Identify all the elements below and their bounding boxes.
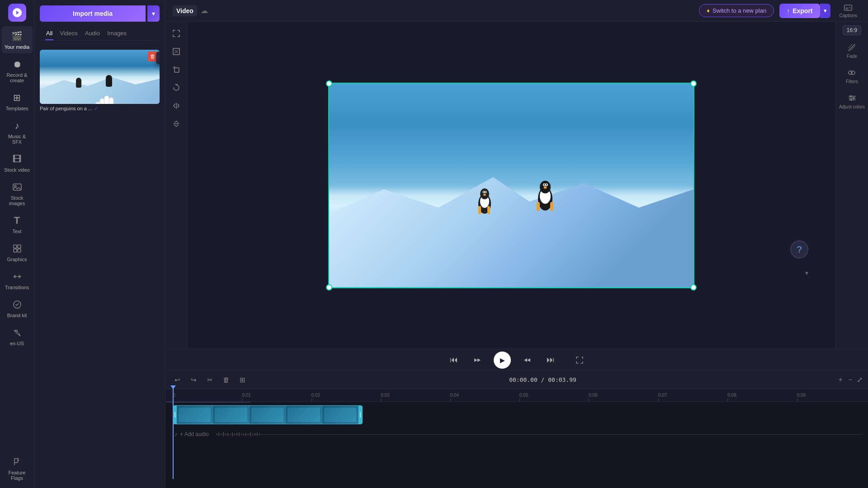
handle-bottom-left[interactable] [326, 284, 332, 291]
svg-point-24 [483, 194, 486, 196]
media-item-penguins[interactable]: 🗑 Delete asset [40, 50, 160, 111]
sidebar-item-stock-images[interactable]: Stock images [2, 177, 33, 210]
sidebar-item-stock-video[interactable]: 🎞 Stock video [2, 149, 33, 176]
top-bar: Video ☁ ♦ Switch to a new plan ↑ Export … [165, 0, 868, 22]
timeline-time: 00:00.00 / 00:03.99 [252, 376, 833, 383]
tab-audio[interactable]: Audio [84, 27, 101, 40]
waveform-baseline [216, 434, 863, 435]
fit-timeline-button[interactable]: ⤢ [857, 375, 863, 384]
captions-button[interactable]: Captions [836, 1, 861, 20]
clip-handle-right[interactable] [359, 406, 362, 424]
ruler-mark-8: 0:08 [727, 393, 797, 401]
svg-rect-25 [478, 206, 481, 214]
crown-icon: ♦ [707, 7, 710, 14]
flip-vertical-tool[interactable] [168, 116, 184, 132]
tab-all[interactable]: All [45, 27, 53, 40]
redo-button[interactable]: ↪ [187, 374, 200, 386]
sidebar-item-label: Music & SFX [4, 134, 31, 145]
stock-images-icon [11, 181, 24, 193]
add-track-button[interactable]: ⊞ [236, 374, 249, 386]
import-media-button[interactable]: Import media [40, 5, 146, 22]
delete-button[interactable]: 🗑 [220, 374, 232, 386]
sidebar-item-label: Text [12, 229, 21, 234]
import-media-dropdown-button[interactable]: ▾ [147, 5, 160, 22]
fullscreen-button[interactable] [572, 353, 587, 367]
playhead-triangle [170, 385, 176, 389]
export-button[interactable]: ↑ Export [779, 4, 820, 18]
delete-tooltip[interactable]: Delete asset [156, 52, 160, 65]
sidebar-item-record[interactable]: ⏺ Record & create [2, 54, 33, 87]
brand-icon [11, 298, 24, 311]
play-button[interactable]: ▶ [494, 352, 511, 369]
svg-point-38 [851, 71, 855, 75]
export-dropdown-button[interactable]: ▾ [820, 4, 830, 18]
feature-flags-icon [11, 455, 24, 468]
sidebar-item-feature-flags[interactable]: Feature Flags [2, 452, 33, 484]
handle-top-right[interactable] [690, 80, 697, 87]
ruler-mark-6: 0:06 [589, 393, 658, 401]
media-panel-header: Import media ▾ All Videos Audio Images [34, 0, 165, 44]
sidebar-item-label: Transitions [5, 285, 29, 290]
transform-tool[interactable] [168, 43, 184, 60]
timeline-area: ↩ ↪ ✂ 🗑 ⊞ 00:00.00 / 00:03.99 ＋ － ⤢ [165, 371, 868, 488]
zoom-out-button[interactable]: － [847, 375, 854, 385]
forward-button[interactable] [520, 353, 534, 367]
adjust-colors-tool[interactable]: Adjust colors [837, 91, 867, 111]
media-grid: 🗑 Delete asset [34, 44, 165, 117]
svg-rect-4 [14, 249, 17, 252]
filters-tool[interactable]: Filters [844, 66, 860, 86]
sidebar-item-label: Graphics [7, 257, 27, 262]
ruler-mark-7: 0:07 [658, 393, 727, 401]
playback-bar: ⏮ ▶ ⏭ [165, 349, 868, 371]
handle-top-left[interactable] [326, 80, 332, 87]
ruler-mark-4: 0:04 [450, 393, 519, 401]
captions-icon [844, 3, 853, 12]
cut-button[interactable]: ✂ [203, 374, 216, 386]
clip-handle-left[interactable] [173, 406, 177, 424]
fade-tool[interactable]: Fade [845, 41, 859, 61]
skip-to-end-button[interactable]: ⏭ [543, 353, 558, 367]
graphics-icon [11, 242, 24, 255]
add-audio-button[interactable]: ♪ + Add audio [171, 429, 212, 439]
sidebar-item-your-media[interactable]: 🎬 Your media [2, 26, 33, 53]
video-tab[interactable]: Video [173, 5, 197, 16]
resize-tool[interactable] [168, 25, 184, 42]
flip-horizontal-tool[interactable] [168, 98, 184, 114]
sidebar-item-transitions[interactable]: Transitions [2, 267, 33, 294]
svg-rect-2 [14, 245, 17, 248]
tab-images[interactable]: Images [106, 27, 127, 40]
sidebar-item-label: Stock video [4, 167, 30, 173]
ruler-mark-3: 0:03 [381, 393, 450, 401]
help-button[interactable]: ? [790, 240, 808, 258]
rotate-tool[interactable] [168, 80, 184, 96]
ratio-badge[interactable]: 16:9 [843, 25, 861, 35]
media-panel: Import media ▾ All Videos Audio Images [34, 0, 165, 488]
sidebar-item-music[interactable]: ♪ Music & SFX [2, 116, 33, 148]
sidebar-item-lang[interactable]: en-US [2, 323, 33, 350]
ruler-mark-2: 0:02 [311, 393, 381, 401]
sidebar-item-graphics[interactable]: Graphics [2, 239, 33, 266]
sidebar-item-text[interactable]: T Text [2, 211, 33, 238]
collapse-arrow[interactable]: ▾ [805, 269, 808, 277]
video-frame[interactable] [328, 83, 694, 288]
crop-tool[interactable] [168, 61, 184, 78]
playhead[interactable] [173, 385, 174, 479]
sidebar-item-templates[interactable]: ⊞ Templates [2, 88, 33, 115]
undo-button[interactable]: ↩ [171, 374, 184, 386]
skip-to-start-button[interactable]: ⏮ [447, 353, 461, 367]
timeline-tracks: Pair of penguins on a sunlit iceberg [165, 402, 868, 488]
rewind-button[interactable] [470, 353, 485, 367]
switch-plan-button[interactable]: ♦ Switch to a new plan [699, 4, 774, 17]
zoom-in-button[interactable]: ＋ [837, 375, 844, 385]
svg-rect-3 [18, 245, 21, 248]
tab-videos[interactable]: Videos [59, 27, 79, 40]
video-track-row: Pair of penguins on a sunlit iceberg [165, 404, 868, 426]
templates-icon: ⊞ [11, 91, 24, 104]
svg-rect-36 [550, 202, 553, 211]
clip-frame-2 [213, 406, 249, 424]
left-sidebar: 🎬 Your media ⏺ Record & create ⊞ Templat… [0, 0, 34, 488]
video-clip[interactable] [173, 405, 363, 424]
sidebar-item-brand[interactable]: Brand kit [2, 295, 33, 322]
handle-bottom-right[interactable] [690, 284, 697, 291]
timeline-zoom: ＋ － ⤢ [837, 375, 863, 385]
